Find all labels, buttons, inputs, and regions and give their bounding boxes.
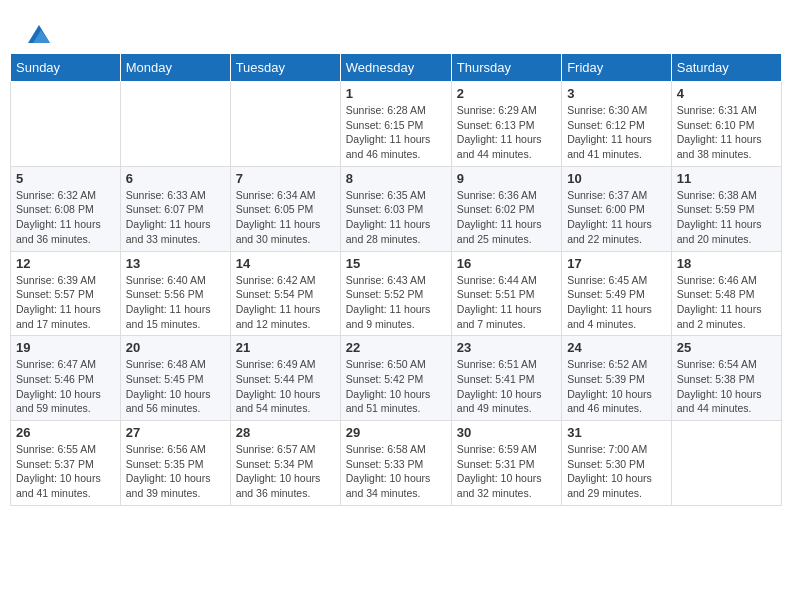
day-number: 22 bbox=[346, 340, 446, 355]
calendar-body: 1Sunrise: 6:28 AM Sunset: 6:15 PM Daylig… bbox=[11, 82, 782, 506]
col-sunday: Sunday bbox=[11, 54, 121, 82]
day-info: Sunrise: 6:47 AM Sunset: 5:46 PM Dayligh… bbox=[16, 357, 115, 416]
day-info: Sunrise: 6:34 AM Sunset: 6:05 PM Dayligh… bbox=[236, 188, 335, 247]
col-wednesday: Wednesday bbox=[340, 54, 451, 82]
day-number: 17 bbox=[567, 256, 666, 271]
calendar-cell-w0d4: 2Sunrise: 6:29 AM Sunset: 6:13 PM Daylig… bbox=[451, 82, 561, 167]
day-info: Sunrise: 6:48 AM Sunset: 5:45 PM Dayligh… bbox=[126, 357, 225, 416]
day-number: 19 bbox=[16, 340, 115, 355]
calendar-week-3: 12Sunrise: 6:39 AM Sunset: 5:57 PM Dayli… bbox=[11, 251, 782, 336]
day-number: 20 bbox=[126, 340, 225, 355]
calendar-cell-w0d5: 3Sunrise: 6:30 AM Sunset: 6:12 PM Daylig… bbox=[562, 82, 672, 167]
day-number: 4 bbox=[677, 86, 776, 101]
day-number: 10 bbox=[567, 171, 666, 186]
calendar-table: Sunday Monday Tuesday Wednesday Thursday… bbox=[10, 53, 782, 506]
day-info: Sunrise: 6:44 AM Sunset: 5:51 PM Dayligh… bbox=[457, 273, 556, 332]
calendar-cell-w4d2: 28Sunrise: 6:57 AM Sunset: 5:34 PM Dayli… bbox=[230, 421, 340, 506]
day-number: 28 bbox=[236, 425, 335, 440]
day-number: 9 bbox=[457, 171, 556, 186]
day-number: 2 bbox=[457, 86, 556, 101]
calendar-week-1: 1Sunrise: 6:28 AM Sunset: 6:15 PM Daylig… bbox=[11, 82, 782, 167]
logo bbox=[25, 20, 50, 43]
day-number: 31 bbox=[567, 425, 666, 440]
day-number: 29 bbox=[346, 425, 446, 440]
day-info: Sunrise: 6:45 AM Sunset: 5:49 PM Dayligh… bbox=[567, 273, 666, 332]
day-info: Sunrise: 6:32 AM Sunset: 6:08 PM Dayligh… bbox=[16, 188, 115, 247]
day-number: 3 bbox=[567, 86, 666, 101]
calendar-cell-w2d1: 13Sunrise: 6:40 AM Sunset: 5:56 PM Dayli… bbox=[120, 251, 230, 336]
day-number: 16 bbox=[457, 256, 556, 271]
day-info: Sunrise: 6:35 AM Sunset: 6:03 PM Dayligh… bbox=[346, 188, 446, 247]
col-monday: Monday bbox=[120, 54, 230, 82]
day-info: Sunrise: 6:55 AM Sunset: 5:37 PM Dayligh… bbox=[16, 442, 115, 501]
calendar-cell-w1d5: 10Sunrise: 6:37 AM Sunset: 6:00 PM Dayli… bbox=[562, 166, 672, 251]
calendar-cell-w1d2: 7Sunrise: 6:34 AM Sunset: 6:05 PM Daylig… bbox=[230, 166, 340, 251]
calendar-cell-w3d4: 23Sunrise: 6:51 AM Sunset: 5:41 PM Dayli… bbox=[451, 336, 561, 421]
logo-icon bbox=[28, 25, 50, 43]
day-number: 15 bbox=[346, 256, 446, 271]
calendar-cell-w4d6 bbox=[671, 421, 781, 506]
calendar-cell-w0d2 bbox=[230, 82, 340, 167]
calendar-cell-w0d1 bbox=[120, 82, 230, 167]
calendar-cell-w3d0: 19Sunrise: 6:47 AM Sunset: 5:46 PM Dayli… bbox=[11, 336, 121, 421]
calendar-cell-w1d4: 9Sunrise: 6:36 AM Sunset: 6:02 PM Daylig… bbox=[451, 166, 561, 251]
day-info: Sunrise: 6:51 AM Sunset: 5:41 PM Dayligh… bbox=[457, 357, 556, 416]
day-info: Sunrise: 6:39 AM Sunset: 5:57 PM Dayligh… bbox=[16, 273, 115, 332]
day-info: Sunrise: 6:54 AM Sunset: 5:38 PM Dayligh… bbox=[677, 357, 776, 416]
day-number: 30 bbox=[457, 425, 556, 440]
day-number: 8 bbox=[346, 171, 446, 186]
day-info: Sunrise: 6:37 AM Sunset: 6:00 PM Dayligh… bbox=[567, 188, 666, 247]
calendar-cell-w1d0: 5Sunrise: 6:32 AM Sunset: 6:08 PM Daylig… bbox=[11, 166, 121, 251]
calendar-cell-w1d6: 11Sunrise: 6:38 AM Sunset: 5:59 PM Dayli… bbox=[671, 166, 781, 251]
day-info: Sunrise: 6:40 AM Sunset: 5:56 PM Dayligh… bbox=[126, 273, 225, 332]
calendar-cell-w1d3: 8Sunrise: 6:35 AM Sunset: 6:03 PM Daylig… bbox=[340, 166, 451, 251]
header-row: Sunday Monday Tuesday Wednesday Thursday… bbox=[11, 54, 782, 82]
calendar-cell-w2d4: 16Sunrise: 6:44 AM Sunset: 5:51 PM Dayli… bbox=[451, 251, 561, 336]
day-number: 27 bbox=[126, 425, 225, 440]
day-number: 1 bbox=[346, 86, 446, 101]
calendar-cell-w2d0: 12Sunrise: 6:39 AM Sunset: 5:57 PM Dayli… bbox=[11, 251, 121, 336]
calendar-cell-w3d3: 22Sunrise: 6:50 AM Sunset: 5:42 PM Dayli… bbox=[340, 336, 451, 421]
day-info: Sunrise: 6:36 AM Sunset: 6:02 PM Dayligh… bbox=[457, 188, 556, 247]
day-number: 11 bbox=[677, 171, 776, 186]
day-info: Sunrise: 6:52 AM Sunset: 5:39 PM Dayligh… bbox=[567, 357, 666, 416]
day-info: Sunrise: 6:38 AM Sunset: 5:59 PM Dayligh… bbox=[677, 188, 776, 247]
day-number: 13 bbox=[126, 256, 225, 271]
day-number: 7 bbox=[236, 171, 335, 186]
logo-container bbox=[25, 20, 50, 43]
day-number: 26 bbox=[16, 425, 115, 440]
col-friday: Friday bbox=[562, 54, 672, 82]
calendar-cell-w0d3: 1Sunrise: 6:28 AM Sunset: 6:15 PM Daylig… bbox=[340, 82, 451, 167]
day-info: Sunrise: 6:31 AM Sunset: 6:10 PM Dayligh… bbox=[677, 103, 776, 162]
calendar-week-5: 26Sunrise: 6:55 AM Sunset: 5:37 PM Dayli… bbox=[11, 421, 782, 506]
day-number: 25 bbox=[677, 340, 776, 355]
calendar-header: Sunday Monday Tuesday Wednesday Thursday… bbox=[11, 54, 782, 82]
day-info: Sunrise: 6:29 AM Sunset: 6:13 PM Dayligh… bbox=[457, 103, 556, 162]
calendar-cell-w4d1: 27Sunrise: 6:56 AM Sunset: 5:35 PM Dayli… bbox=[120, 421, 230, 506]
day-info: Sunrise: 6:28 AM Sunset: 6:15 PM Dayligh… bbox=[346, 103, 446, 162]
day-info: Sunrise: 6:42 AM Sunset: 5:54 PM Dayligh… bbox=[236, 273, 335, 332]
col-thursday: Thursday bbox=[451, 54, 561, 82]
calendar-week-4: 19Sunrise: 6:47 AM Sunset: 5:46 PM Dayli… bbox=[11, 336, 782, 421]
calendar-cell-w3d5: 24Sunrise: 6:52 AM Sunset: 5:39 PM Dayli… bbox=[562, 336, 672, 421]
day-number: 24 bbox=[567, 340, 666, 355]
calendar-cell-w4d0: 26Sunrise: 6:55 AM Sunset: 5:37 PM Dayli… bbox=[11, 421, 121, 506]
day-info: Sunrise: 6:30 AM Sunset: 6:12 PM Dayligh… bbox=[567, 103, 666, 162]
calendar-cell-w1d1: 6Sunrise: 6:33 AM Sunset: 6:07 PM Daylig… bbox=[120, 166, 230, 251]
calendar-cell-w2d6: 18Sunrise: 6:46 AM Sunset: 5:48 PM Dayli… bbox=[671, 251, 781, 336]
day-number: 14 bbox=[236, 256, 335, 271]
day-info: Sunrise: 6:46 AM Sunset: 5:48 PM Dayligh… bbox=[677, 273, 776, 332]
calendar-cell-w2d5: 17Sunrise: 6:45 AM Sunset: 5:49 PM Dayli… bbox=[562, 251, 672, 336]
calendar-cell-w0d6: 4Sunrise: 6:31 AM Sunset: 6:10 PM Daylig… bbox=[671, 82, 781, 167]
calendar-cell-w2d3: 15Sunrise: 6:43 AM Sunset: 5:52 PM Dayli… bbox=[340, 251, 451, 336]
col-tuesday: Tuesday bbox=[230, 54, 340, 82]
day-info: Sunrise: 7:00 AM Sunset: 5:30 PM Dayligh… bbox=[567, 442, 666, 501]
calendar-cell-w4d5: 31Sunrise: 7:00 AM Sunset: 5:30 PM Dayli… bbox=[562, 421, 672, 506]
calendar-cell-w3d6: 25Sunrise: 6:54 AM Sunset: 5:38 PM Dayli… bbox=[671, 336, 781, 421]
day-info: Sunrise: 6:49 AM Sunset: 5:44 PM Dayligh… bbox=[236, 357, 335, 416]
day-info: Sunrise: 6:58 AM Sunset: 5:33 PM Dayligh… bbox=[346, 442, 446, 501]
calendar-cell-w0d0 bbox=[11, 82, 121, 167]
calendar-cell-w3d2: 21Sunrise: 6:49 AM Sunset: 5:44 PM Dayli… bbox=[230, 336, 340, 421]
day-info: Sunrise: 6:59 AM Sunset: 5:31 PM Dayligh… bbox=[457, 442, 556, 501]
day-number: 21 bbox=[236, 340, 335, 355]
